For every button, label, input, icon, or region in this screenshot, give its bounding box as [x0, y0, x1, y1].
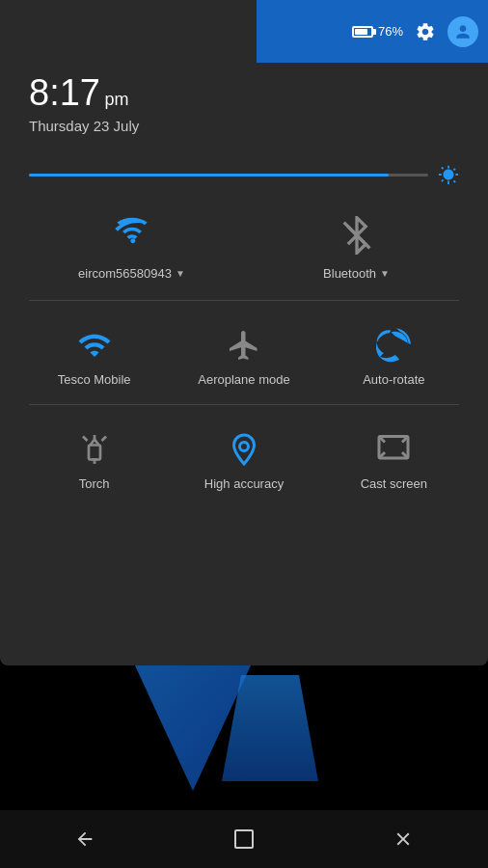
auto-rotate-label: Auto-rotate: [363, 372, 424, 387]
aeroplane-mode-label: Aeroplane mode: [198, 372, 289, 387]
location-icon: [227, 432, 261, 467]
user-icon[interactable]: [447, 16, 478, 47]
high-accuracy-toggle[interactable]: High accuracy: [169, 415, 318, 508]
cast-icon: [376, 432, 411, 467]
auto-rotate-toggle[interactable]: Auto-rotate: [319, 311, 469, 404]
wifi-icon-box: [109, 212, 155, 258]
toggle-grid-row2: Torch High accuracy: [19, 415, 469, 508]
tesco-mobile-toggle[interactable]: Tesco Mobile: [19, 311, 169, 404]
high-accuracy-label: High accuracy: [204, 476, 284, 491]
svg-line-7: [83, 437, 88, 442]
signal-icon: [77, 328, 112, 363]
bluetooth-toggle[interactable]: Bluetooth ▼: [256, 212, 458, 281]
wifi-label: eircom56580943 ▼: [78, 266, 185, 281]
bluetooth-dropdown-arrow[interactable]: ▼: [380, 268, 390, 279]
separator-1: [29, 300, 459, 301]
brightness-fill: [29, 174, 389, 176]
date-display: Thursday 23 July: [29, 118, 139, 134]
rotate-icon: [376, 328, 411, 363]
battery-indicator: 76%: [352, 24, 403, 39]
wifi-bluetooth-row: eircom56580943 ▼ Bluetooth ▼: [19, 203, 469, 290]
home-button[interactable]: [234, 829, 254, 849]
brightness-row[interactable]: [29, 164, 459, 185]
svg-line-8: [101, 437, 106, 442]
bluetooth-icon-box: [334, 212, 380, 258]
nav-bar: [0, 810, 488, 868]
cast-screen-toggle[interactable]: Cast screen: [319, 415, 469, 508]
time-display: 8:17 pm: [29, 72, 139, 114]
aeroplane-mode-toggle[interactable]: Aeroplane mode: [169, 311, 318, 404]
wifi-dropdown-arrow[interactable]: ▼: [176, 268, 185, 279]
time-date: 8:17 pm Thursday 23 July: [29, 72, 139, 134]
quick-toggles: eircom56580943 ▼ Bluetooth ▼: [19, 203, 469, 508]
svg-point-9: [239, 443, 248, 451]
aeroplane-icon: [227, 328, 261, 363]
brightness-track[interactable]: [29, 174, 428, 176]
svg-rect-4: [89, 446, 100, 460]
battery-icon: [352, 26, 373, 38]
torch-icon: [77, 432, 112, 467]
status-bar: 76%: [257, 0, 488, 63]
bluetooth-label: Bluetooth ▼: [323, 266, 390, 281]
settings-icon[interactable]: [415, 21, 436, 42]
back-button[interactable]: [65, 819, 105, 859]
toggle-grid-row1: Tesco Mobile Aeroplane mode Auto-r: [19, 311, 469, 404]
torch-toggle[interactable]: Torch: [19, 415, 169, 508]
home-square-icon: [234, 829, 254, 849]
torch-label: Torch: [79, 476, 110, 491]
battery-percent: 76%: [378, 24, 403, 39]
notification-panel: 76% 8:17 pm Thursday 23 July: [0, 0, 488, 665]
brightness-icon: [438, 164, 459, 185]
tesco-mobile-label: Tesco Mobile: [58, 372, 131, 387]
cast-screen-label: Cast screen: [361, 476, 427, 491]
recent-button[interactable]: [383, 819, 423, 859]
wifi-toggle[interactable]: eircom56580943 ▼: [31, 212, 233, 281]
separator-2: [29, 404, 459, 405]
